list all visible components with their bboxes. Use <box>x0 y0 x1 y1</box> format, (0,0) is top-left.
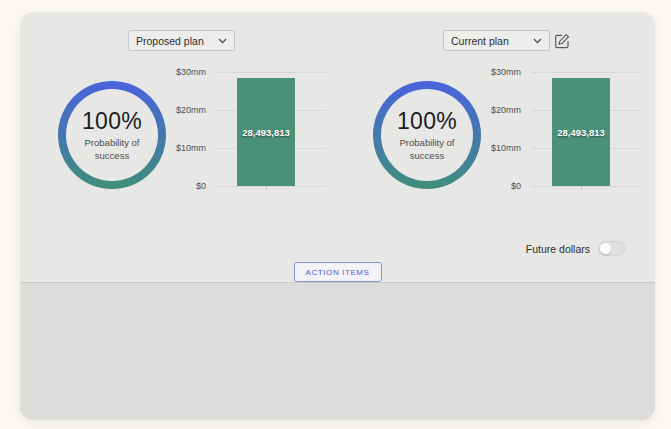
edit-plan-button[interactable] <box>553 32 571 50</box>
plot-area: 28,493,813 <box>216 72 326 186</box>
current-plan-select-value: Current plan <box>451 35 533 47</box>
x-axis-tick <box>581 186 582 190</box>
action-items-tab[interactable]: ACTION ITEMS <box>293 262 381 282</box>
plot-area: 28,493,813 <box>531 72 641 186</box>
y-axis-tick: $0 <box>150 181 206 191</box>
goals-strategies-section: Financial goals Proposed Current John's … <box>20 282 655 420</box>
portfolio-bar-chart: $30mm $20mm $10mm $0 28,493,813 <box>465 66 645 211</box>
proposed-plan-select-value: Proposed plan <box>136 35 218 47</box>
y-axis-tick: $30mm <box>465 67 521 77</box>
gridline <box>216 72 326 73</box>
plan-comparison-card: Proposed plan 100% Probability of succes… <box>20 12 655 420</box>
proposed-plan-panel: Proposed plan 100% Probability of succes… <box>20 12 338 282</box>
probability-gauge-inner: 100% Probability of success <box>66 89 158 181</box>
y-axis-tick: $20mm <box>465 105 521 115</box>
future-dollars-control: Future dollars <box>526 241 625 256</box>
y-axis-tick: $0 <box>465 181 521 191</box>
edit-pencil-icon <box>553 32 571 50</box>
portfolio-bar-chart: $30mm $20mm $10mm $0 28,493,813 <box>150 66 330 211</box>
portfolio-value-bar: 28,493,813 <box>237 78 295 186</box>
y-axis-tick: $10mm <box>465 143 521 153</box>
gridline <box>531 186 641 187</box>
gridline <box>216 186 326 187</box>
y-axis-tick: $30mm <box>150 67 206 77</box>
bar-value-label: 28,493,813 <box>552 127 610 138</box>
x-axis-tick <box>266 186 267 190</box>
chevron-down-icon <box>533 38 542 44</box>
future-dollars-label: Future dollars <box>526 243 590 255</box>
chevron-down-icon <box>218 38 227 44</box>
bar-value-label: 28,493,813 <box>237 127 295 138</box>
y-axis-tick: $10mm <box>150 143 206 153</box>
plan-charts-section: Proposed plan 100% Probability of succes… <box>20 12 655 282</box>
probability-gauge-inner: 100% Probability of success <box>381 89 473 181</box>
portfolio-value-bar: 28,493,813 <box>552 78 610 186</box>
proposed-plan-select[interactable]: Proposed plan <box>128 30 235 51</box>
probability-percent: 100% <box>82 108 142 135</box>
y-axis-tick: $20mm <box>150 105 206 115</box>
future-dollars-toggle[interactable] <box>598 241 625 256</box>
probability-caption: Probability of success <box>85 137 140 163</box>
probability-caption: Probability of success <box>400 137 455 163</box>
probability-percent: 100% <box>397 108 457 135</box>
toggle-knob <box>600 243 611 254</box>
current-plan-select[interactable]: Current plan <box>443 30 550 51</box>
gridline <box>531 72 641 73</box>
